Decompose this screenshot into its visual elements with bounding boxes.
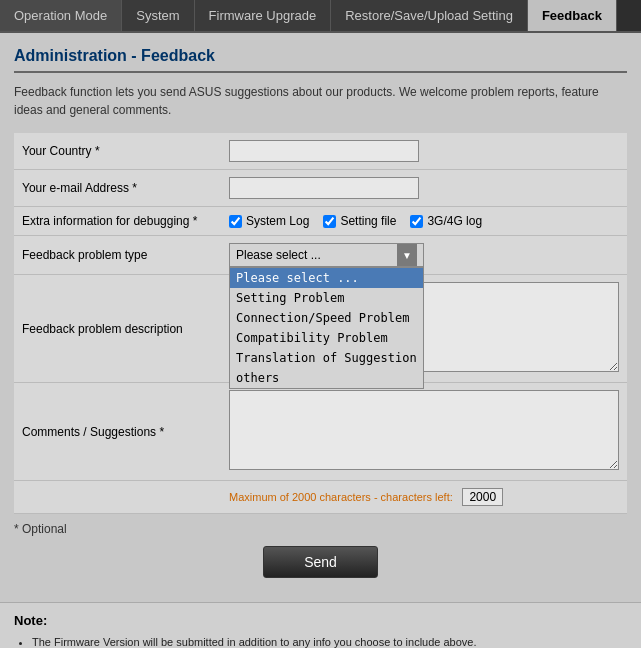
email-input[interactable] [229, 177, 419, 199]
email-label: Your e-mail Address * [14, 170, 225, 207]
checkbox-3g4g-label[interactable]: 3G/4G log [410, 214, 482, 228]
checkbox-system-log-label[interactable]: System Log [229, 214, 309, 228]
note-section: Note: The Firmware Version will be submi… [0, 602, 641, 648]
dropdown-option-0[interactable]: Please select ... [230, 268, 423, 288]
optional-note: * Optional [14, 522, 627, 536]
page-title: Administration - Feedback [14, 47, 627, 73]
country-label: Your Country * [14, 133, 225, 170]
tab-feedback[interactable]: Feedback [528, 0, 617, 31]
note-title: Note: [14, 613, 627, 628]
checkbox-system-log[interactable] [229, 215, 242, 228]
intro-text: Feedback function lets you send ASUS sug… [14, 83, 627, 119]
checkbox-setting-file-label[interactable]: Setting file [323, 214, 396, 228]
comments-textarea[interactable] [229, 390, 619, 470]
problem-type-row: Feedback problem type Please select ... … [14, 236, 627, 275]
dropdown-option-4[interactable]: Translation of Suggestion [230, 348, 423, 368]
tab-firmware-upgrade[interactable]: Firmware Upgrade [195, 0, 332, 31]
form-table: Your Country * Your e-mail Address * Ext… [14, 133, 627, 514]
comments-row: Comments / Suggestions * [14, 383, 627, 481]
dropdown-option-2[interactable]: Connection/Speed Problem [230, 308, 423, 328]
char-count-row: Maximum of 2000 characters - characters … [14, 481, 627, 514]
dropdown-option-3[interactable]: Compatibility Problem [230, 328, 423, 348]
dropdown-selected-text: Please select ... [236, 248, 397, 262]
problem-desc-label: Feedback problem description [14, 275, 225, 383]
note-item-0: The Firmware Version will be submitted i… [32, 634, 627, 648]
tab-system[interactable]: System [122, 0, 194, 31]
main-content: Administration - Feedback Feedback funct… [0, 33, 641, 602]
dropdown-arrow-btn[interactable]: ▼ [397, 244, 417, 266]
email-row: Your e-mail Address * [14, 170, 627, 207]
char-count-value: 2000 [462, 488, 503, 506]
country-row: Your Country * [14, 133, 627, 170]
dropdown-container: Please select ... ▼ Please select ... Se… [229, 243, 424, 267]
comments-label: Comments / Suggestions * [14, 383, 225, 481]
note-list: The Firmware Version will be submitted i… [32, 634, 627, 648]
send-btn-container: Send [14, 546, 627, 578]
checkbox-3g4g[interactable] [410, 215, 423, 228]
tab-operation-mode[interactable]: Operation Mode [0, 0, 122, 31]
problem-type-label: Feedback problem type [14, 236, 225, 275]
dropdown-display[interactable]: Please select ... ▼ [229, 243, 424, 267]
country-input[interactable] [229, 140, 419, 162]
checkbox-group: System Log Setting file 3G/4G log [229, 214, 619, 228]
dropdown-option-5[interactable]: others [230, 368, 423, 388]
tab-bar: Operation Mode System Firmware Upgrade R… [0, 0, 641, 33]
send-button[interactable]: Send [263, 546, 378, 578]
tab-restore-save[interactable]: Restore/Save/Upload Setting [331, 0, 528, 31]
dropdown-list: Please select ... Setting Problem Connec… [229, 267, 424, 389]
dropdown-option-1[interactable]: Setting Problem [230, 288, 423, 308]
char-count-text: Maximum of 2000 characters - characters … [229, 491, 453, 503]
checkbox-setting-file[interactable] [323, 215, 336, 228]
extra-info-label: Extra information for debugging * [14, 207, 225, 236]
extra-info-row: Extra information for debugging * System… [14, 207, 627, 236]
